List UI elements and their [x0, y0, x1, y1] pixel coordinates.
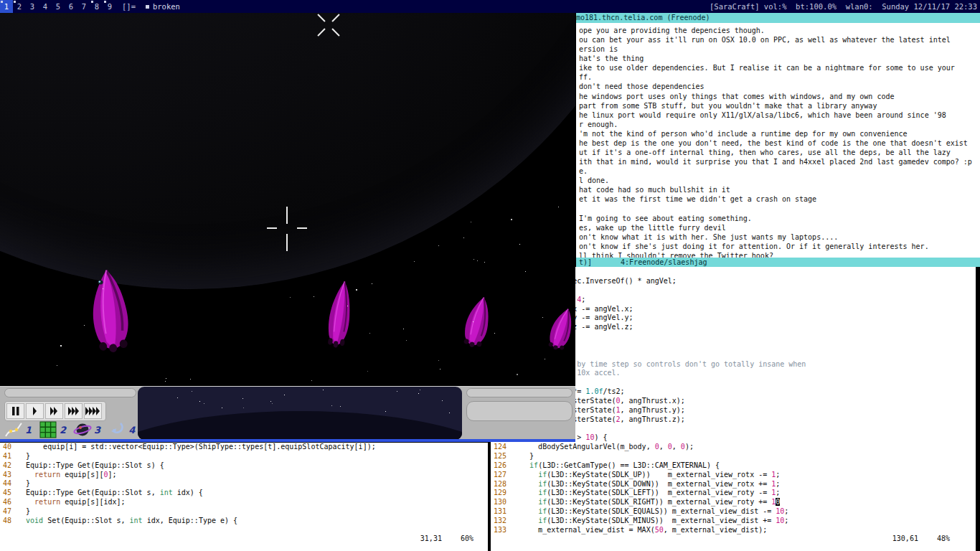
cursor-position: 31,31 [420, 534, 442, 542]
aim-crosshair [286, 234, 288, 251]
star [272, 403, 273, 404]
space-viewport[interactable] [0, 13, 575, 386]
irc-window[interactable]: mo181.thcn.telia.com (Freenode) ope you … [576, 13, 980, 267]
tag-5[interactable]: 5 [52, 0, 65, 13]
irc-statusbar: t)]4:Freenode/slaeshjag [576, 258, 980, 267]
star [463, 237, 464, 238]
star [60, 345, 62, 347]
star [199, 401, 200, 402]
ff3-button[interactable] [65, 403, 83, 419]
pause-icon [11, 407, 21, 415]
pause-button[interactable] [6, 403, 24, 419]
irc-chat-line: he linux port would require only X11/glX… [579, 110, 980, 120]
star [473, 321, 473, 322]
tag-8[interactable]: 8 [90, 0, 103, 13]
tool-number: 3 [94, 425, 100, 435]
star [420, 390, 420, 390]
tool-1[interactable]: 1 [4, 421, 32, 438]
irc-chat-line: on't know what it is with her. She just … [579, 232, 980, 242]
star [369, 333, 370, 334]
ff2-button[interactable] [45, 403, 63, 419]
star [473, 259, 474, 260]
star [471, 222, 471, 222]
tag-1[interactable]: 1 [0, 0, 13, 13]
irc-chat-line: ou can bet your ass it'll run on OSX 10.… [579, 35, 980, 44]
star [477, 260, 478, 261]
irc-chat-line: ff. [579, 72, 980, 82]
star [166, 378, 166, 379]
tool-row: 1234 [4, 421, 142, 438]
irc-statusbar-fragment: t)] [579, 258, 592, 266]
squid-creature [77, 266, 143, 354]
code-line: 130 if(L3D::KeyState(SDLK_RIGHT)) m_exte… [491, 498, 976, 507]
hook-tool-icon [108, 421, 126, 438]
tag-2[interactable]: 2 [13, 0, 26, 13]
irc-chat-line: part from some STB stuff, but you wouldn… [579, 101, 980, 110]
irc-chat-line: he best dep is the one you don't need, t… [579, 138, 980, 148]
star [517, 374, 518, 375]
code-lines: 40 equip[i] = std::vector<Equip::Type>(S… [0, 443, 488, 526]
code-line: 42 Equip::Type Get(Equip::Slot s) { [0, 461, 488, 471]
code-line: 133 m_external_view_dist = MAX(50, m_ext… [491, 526, 976, 535]
code-line: 48 void Set(Equip::Slot s, int idx, Equi… [0, 517, 488, 526]
tool-3[interactable]: 3 [73, 421, 100, 438]
code-line: 43 return equip[s][0]; [0, 471, 488, 480]
star [449, 413, 450, 413]
hud-bar-right-bottom [466, 401, 573, 421]
star [558, 207, 559, 207]
code-line: 41 } [0, 452, 488, 461]
tag-3[interactable]: 3 [26, 0, 39, 13]
code-line: 40 equip[i] = std::vector<Equip::Type>(S… [0, 443, 488, 452]
star [243, 408, 244, 408]
code-editor-left[interactable]: 40 equip[i] = std::vector<Equip::Type>(S… [0, 443, 488, 551]
code-line: 131 if(L3D::KeyState(SDLK_EQUALS)) m_ext… [491, 507, 976, 517]
irc-chat-line: I'm going to see about eating something. [579, 214, 980, 223]
tag-7[interactable]: 7 [77, 0, 90, 13]
cursor-position: 130,61 [892, 534, 918, 542]
irc-chat-line: es, wake up the little furry devil [579, 223, 980, 232]
star [331, 405, 332, 406]
play-button[interactable] [26, 403, 44, 419]
statusbar-text: [SaraCraft] vol:% bt:100.0% wlan0: Sunda… [710, 2, 980, 11]
irc-chat-line: ut if it's a one-off internal thing, the… [579, 148, 980, 157]
layout-symbol[interactable]: []= [116, 2, 141, 11]
ff4-button[interactable] [84, 403, 102, 419]
star [177, 397, 178, 398]
screen: 123456789 []= broken [SaraCraft] vol:% b… [0, 0, 980, 551]
tag-9[interactable]: 9 [103, 0, 116, 13]
star [414, 261, 415, 262]
star [103, 288, 103, 289]
tag-6[interactable]: 6 [65, 0, 77, 13]
tool-4[interactable]: 4 [108, 421, 135, 438]
star [204, 403, 204, 404]
tool-number: 4 [128, 425, 135, 435]
irc-chat-area[interactable]: ope you are providing the depencies thou… [576, 23, 980, 258]
star [84, 325, 85, 326]
star [385, 411, 386, 412]
ff4-icon [85, 407, 100, 415]
scroll-percent: 60% [461, 534, 473, 542]
star [438, 360, 439, 361]
irc-chat-line: ersion is [579, 44, 980, 54]
star [545, 359, 545, 359]
tag-client-indicator [104, 1, 106, 3]
irc-chat-line: ll think I shouldn't remove the Twitter … [579, 251, 980, 258]
tool-2[interactable]: 2 [39, 421, 66, 438]
squid-creature [540, 303, 575, 354]
star [192, 391, 192, 392]
ff3-icon [68, 407, 80, 415]
tag-4[interactable]: 4 [39, 0, 52, 13]
irc-chat-line: ith that in mind, would it surprise you … [579, 157, 980, 166]
game-window[interactable]: 1234 [0, 13, 575, 442]
code-line: 125 } [491, 452, 976, 461]
star [57, 365, 57, 366]
star [222, 408, 222, 408]
hud-viewport[interactable] [138, 387, 462, 440]
planet-tool-icon [73, 421, 92, 438]
star [494, 333, 495, 334]
star [190, 379, 191, 380]
tag-client-indicator [1, 1, 3, 3]
hud-bar-right-top [466, 388, 573, 397]
irc-statusbar-window: 4:Freenode/slaeshjag [621, 258, 707, 266]
irc-chat-line: he windows port uses only things that co… [579, 92, 980, 101]
